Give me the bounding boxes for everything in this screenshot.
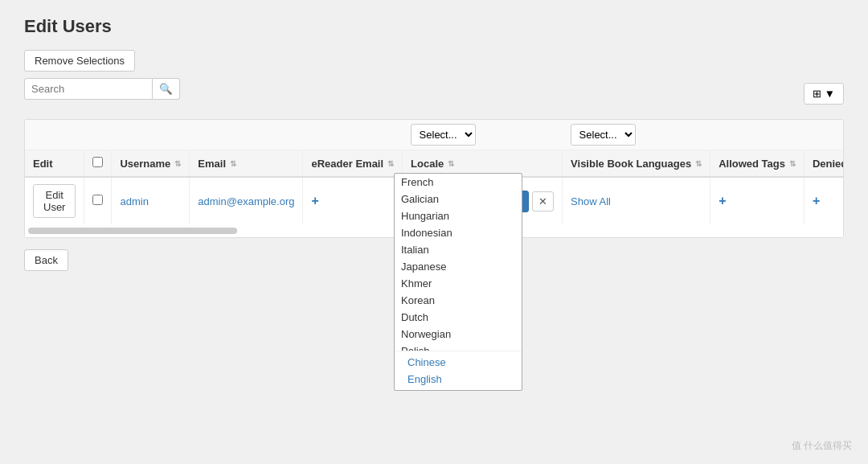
locale-option-polish[interactable]: Polish [395,343,522,351]
grid-chevron-icon: ▼ [825,88,835,100]
vis-lang-cell: Show All [563,177,710,224]
col-ereader-email: eReader Email ⇅ [303,150,403,178]
locale-option-italian[interactable]: Italian [395,241,522,258]
allowed-tags-add-button[interactable]: + [719,194,726,208]
locale-dropdown-footer: Chinese English [395,351,522,390]
watermark: 值 什么值得买 [792,439,852,453]
email-cell: admin@example.org [190,177,303,224]
ereader-email-add-button[interactable]: + [311,194,318,208]
edit-user-button[interactable]: Edit User [33,184,76,218]
edit-cell: Edit User [25,177,84,224]
page-title: Edit Users [24,16,844,37]
row-checkbox[interactable] [92,195,103,205]
username-cell: admin [112,177,190,224]
col-email: Email ⇅ [190,150,303,178]
select-all-checkbox[interactable] [92,157,103,167]
locale-option-norwegian[interactable]: Norwegian [395,326,522,343]
vis-lang-col-select[interactable]: Select... [571,124,636,146]
remove-selections-button[interactable]: Remove Selections [24,50,135,72]
locale-option-hungarian[interactable]: Hungarian [395,207,522,224]
column-filter-row: Select... Select... [25,120,844,150]
locale-option-indonesian[interactable]: Indonesian [395,224,522,241]
search-input[interactable] [24,78,153,100]
allowed-tags-sort-icon[interactable]: ⇅ [789,159,796,168]
locale-dropdown-overlay: French Galician Hungarian Indonesian Ita… [394,173,522,391]
locale-clear-button[interactable]: ✕ [532,191,554,211]
back-button[interactable]: Back [24,249,68,271]
allowed-tags-cell: + [710,177,805,224]
locale-option-japanese[interactable]: Japanese [395,258,522,275]
vis-lang-sort-icon[interactable]: ⇅ [695,159,702,168]
col-edit: Edit [25,150,84,178]
col-vis-lang: Visible Book Languages ⇅ [563,150,710,178]
show-all-link[interactable]: Show All [571,195,611,207]
locale-option-khmer[interactable]: Khmer [395,275,522,292]
grid-icon: ⊞ [813,88,821,100]
row-checkbox-cell [84,177,112,224]
locale-col-select[interactable]: Select... [411,124,476,146]
email-link[interactable]: admin@example.org [198,195,294,207]
denied-tags-cell: + [804,177,844,224]
col-checkbox [84,150,112,178]
locale-option-galician[interactable]: Galician [395,191,522,207]
email-sort-icon[interactable]: ⇅ [230,159,236,168]
locale-sort-icon[interactable]: ⇅ [448,159,454,168]
locale-option-french[interactable]: French [395,174,522,191]
search-bar: 🔍 [24,78,180,100]
horizontal-scrollbar[interactable] [28,228,237,234]
locale-option-chinese-2[interactable]: Chinese [401,354,515,371]
locale-option-korean[interactable]: Korean [395,292,522,309]
denied-tags-add-button[interactable]: + [813,194,820,208]
locale-dropdown-scroll[interactable]: French Galician Hungarian Indonesian Ita… [395,174,522,351]
toolbar: Remove Selections [24,50,844,72]
ereader-sort-icon[interactable]: ⇅ [387,159,394,168]
search-button[interactable]: 🔍 [153,78,180,100]
locale-option-english[interactable]: English [401,371,515,388]
col-allowed-tags: Allowed Tags ⇅ [710,150,805,178]
username-sort-icon[interactable]: ⇅ [174,159,181,168]
col-denied-tags: Denied Tags ⇅ [804,150,844,178]
ereader-email-cell: + [303,177,403,224]
locale-option-dutch[interactable]: Dutch [395,309,522,326]
username-link[interactable]: admin [120,195,148,207]
grid-view-button[interactable]: ⊞ ▼ [804,83,844,105]
search-icon: 🔍 [159,83,173,95]
col-username: Username ⇅ [112,150,190,178]
